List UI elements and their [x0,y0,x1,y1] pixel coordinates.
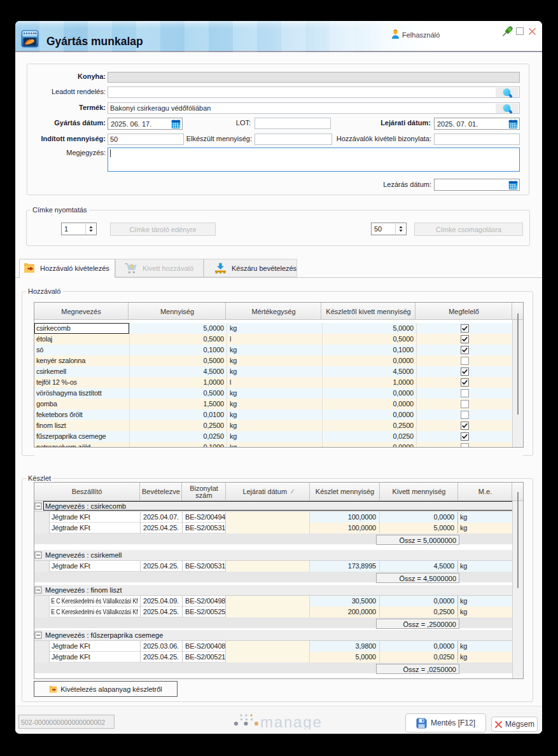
svg-text:manage: manage [260,713,323,729]
